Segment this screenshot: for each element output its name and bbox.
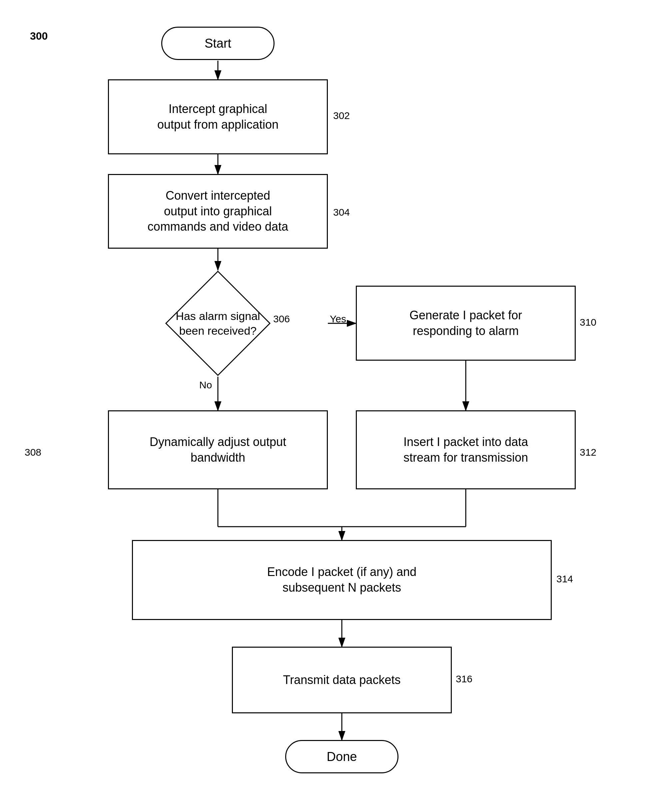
step-314-box: Encode I packet (if any) andsubsequent N… — [132, 540, 552, 620]
step-308-box: Dynamically adjust outputbandwidth — [108, 410, 328, 490]
ref-306: 306 — [273, 313, 290, 325]
step-304-box: Convert interceptedoutput into graphical… — [108, 174, 328, 249]
ref-302: 302 — [333, 110, 350, 122]
ref-312: 312 — [580, 447, 597, 458]
start-label: Start — [205, 36, 231, 51]
step-314-label: Encode I packet (if any) andsubsequent N… — [267, 564, 416, 596]
start-node: Start — [161, 27, 275, 60]
step-312-label: Insert I packet into datastream for tran… — [403, 434, 528, 466]
step-302-label: Intercept graphicaloutput from applicati… — [157, 101, 279, 133]
step-316-box: Transmit data packets — [232, 647, 452, 713]
step-308-label: Dynamically adjust outputbandwidth — [149, 434, 286, 466]
step-306-diamond: Has alarm signalbeen received? — [165, 270, 271, 377]
step-304-label: Convert interceptedoutput into graphical… — [148, 188, 288, 235]
done-node: Done — [285, 740, 398, 773]
step-316-label: Transmit data packets — [283, 672, 401, 688]
yes-label: Yes — [330, 313, 346, 325]
step-310-label: Generate I packet forresponding to alarm — [410, 308, 522, 339]
diagram-label-300: 300 — [30, 30, 48, 42]
step-302-box: Intercept graphicaloutput from applicati… — [108, 79, 328, 154]
ref-304: 304 — [333, 207, 350, 218]
ref-314: 314 — [556, 573, 573, 585]
ref-310: 310 — [580, 317, 597, 328]
step-312-box: Insert I packet into datastream for tran… — [356, 410, 576, 490]
ref-316: 316 — [456, 674, 472, 685]
flowchart-container: 300 Start Intercept graphicaloutput from… — [0, 0, 672, 805]
done-label: Done — [327, 750, 357, 764]
step-306-label: Has alarm signalbeen received? — [169, 302, 267, 345]
ref-308: 308 — [25, 447, 41, 458]
no-label: No — [199, 380, 212, 391]
step-310-box: Generate I packet forresponding to alarm — [356, 286, 576, 361]
